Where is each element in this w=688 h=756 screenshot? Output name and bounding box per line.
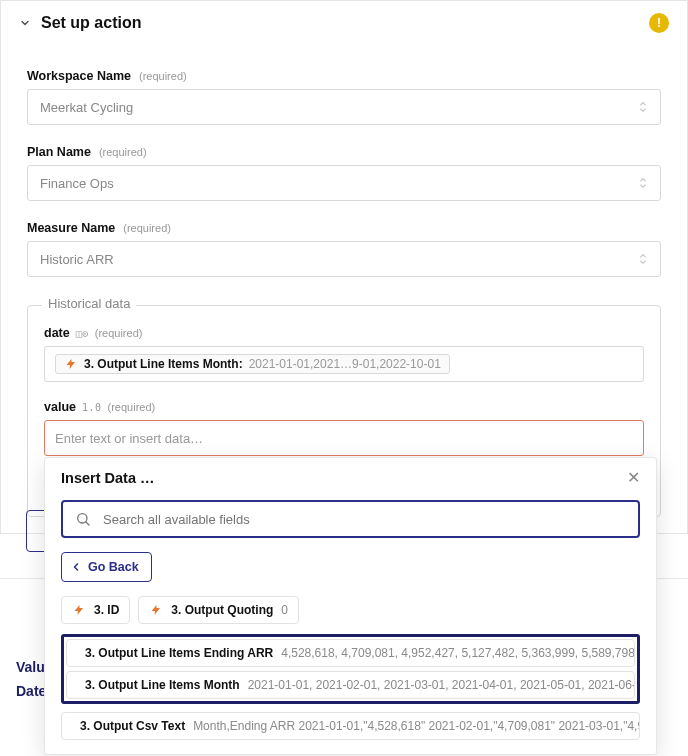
measure-select[interactable]: Historic ARR xyxy=(27,241,661,277)
measure-field: Measure Name (required) Historic ARR xyxy=(27,221,661,277)
insert-data-dropdown: Insert Data … ✕ Go Back 3. ID 3. Output … xyxy=(44,457,657,534)
sort-caret-icon xyxy=(638,100,648,114)
search-icon xyxy=(75,511,91,527)
value-label: value xyxy=(44,400,76,414)
plan-field: Plan Name (required) Finance Ops xyxy=(27,145,661,201)
warning-badge[interactable]: ! xyxy=(649,13,669,33)
exclamation-icon: ! xyxy=(657,16,661,30)
workspace-value: Meerkat Cycling xyxy=(40,100,133,115)
date-token[interactable]: 3. Output Line Items Month: 2021-01-01,2… xyxy=(55,354,450,374)
measure-label: Measure Name xyxy=(27,221,115,235)
measure-required: (required) xyxy=(123,222,171,234)
value-placeholder: Enter text or insert data… xyxy=(55,431,203,446)
dropdown-title: Insert Data … xyxy=(61,470,154,486)
zap-icon xyxy=(64,358,78,370)
fieldset-legend: Historical data xyxy=(42,296,136,311)
chevron-down-icon xyxy=(19,17,31,29)
workspace-field: Workspace Name (required) Meerkat Cyclin… xyxy=(27,69,661,125)
plan-value: Finance Ops xyxy=(40,176,114,191)
svg-line-1 xyxy=(86,522,89,525)
plan-label: Plan Name xyxy=(27,145,91,159)
value-input[interactable]: Enter text or insert data… xyxy=(44,420,644,456)
close-icon[interactable]: ✕ xyxy=(627,470,640,486)
plan-select[interactable]: Finance Ops xyxy=(27,165,661,201)
workspace-label: Workspace Name xyxy=(27,69,131,83)
plan-required: (required) xyxy=(99,146,147,158)
setup-action-panel: Set up action ! Workspace Name (required… xyxy=(0,0,688,534)
value-required: (required) xyxy=(108,401,156,413)
panel-header[interactable]: Set up action ! xyxy=(1,1,687,39)
date-required: (required) xyxy=(95,327,143,339)
workspace-required: (required) xyxy=(139,70,187,82)
sort-caret-icon xyxy=(638,176,648,190)
date-token-name: 3. Output Line Items Month: xyxy=(84,357,243,371)
workspace-select[interactable]: Meerkat Cycling xyxy=(27,89,661,125)
sort-caret-icon xyxy=(638,252,648,266)
panel-title: Set up action xyxy=(41,14,141,32)
date-token-value: 2021-01-01,2021…9-01,2022-10-01 xyxy=(249,357,441,371)
search-field-wrap[interactable] xyxy=(61,500,640,534)
date-type-icon: ◫⊙ xyxy=(76,328,89,339)
date-label: date xyxy=(44,326,70,340)
search-input[interactable] xyxy=(101,511,626,528)
value-type-icon: 1.0 xyxy=(82,402,102,413)
date-input[interactable]: 3. Output Line Items Month: 2021-01-01,2… xyxy=(44,346,644,382)
measure-value: Historic ARR xyxy=(40,252,114,267)
